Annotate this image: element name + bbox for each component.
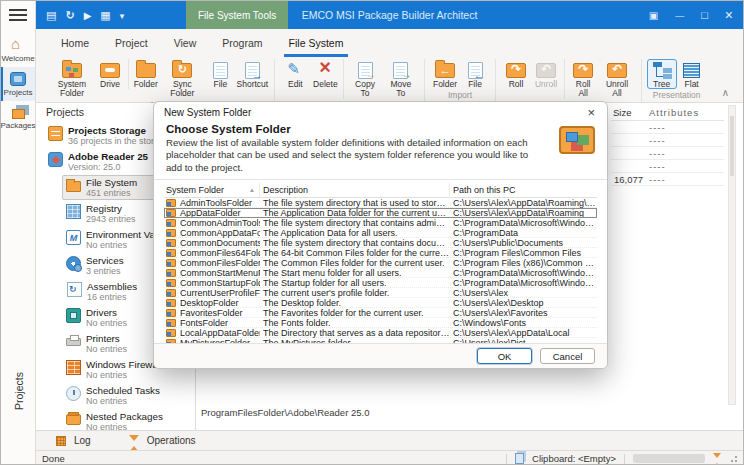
activity-bar-icon [10,38,26,52]
ribbon-button[interactable]: Edit [280,59,310,89]
menu-item[interactable]: File System [276,29,357,57]
file-attributes: ---- [649,161,719,172]
system-folder-name: CommonFilesFolder [180,258,260,268]
project-tree-item[interactable]: Nested Packages No entries [62,409,189,430]
system-folder-row[interactable]: CommonStartMenuFolder The Start menu fol… [164,268,597,278]
activity-bar-item[interactable]: Packages [1,101,35,134]
ribbon-button[interactable]: Move To [383,59,419,99]
system-folder-row[interactable]: CommonDocumentsFolder The file system di… [164,238,597,248]
bottom-tab[interactable]: Operations [117,431,208,450]
ribbon-collapse-icon[interactable]: ∧ [712,87,739,102]
menu-item[interactable]: View [161,29,210,57]
quick-access-icon[interactable] [84,10,92,21]
system-folder-row[interactable]: DesktopFolder The Desktop folder. C:\Use… [164,298,597,308]
ribbon-button[interactable]: Sync Folder [159,59,205,99]
file-attributes: ---- [649,135,719,146]
system-folder-row[interactable]: CommonFilesFolder The Common Files folde… [164,258,597,268]
tree-item-icon [66,181,81,192]
folder-icon [166,289,176,297]
system-folder-row[interactable]: FontsFolder The Fonts folder. C:\Windows… [164,318,597,328]
dialog-heading: Choose System Folder [166,123,543,135]
bottom-tab[interactable]: Log [44,431,103,450]
hamburger-menu-icon[interactable] [9,9,27,11]
ribbon-button[interactable]: Tree [647,59,677,89]
dialog-close-icon[interactable]: × [585,106,597,119]
ribbon-button[interactable]: Roll [501,59,531,89]
ribbon-button[interactable]: Unroll [531,59,561,89]
quick-access-icon[interactable] [65,10,74,21]
status-bar: Done Clipboard: <Empty> [36,450,743,465]
close-icon[interactable] [725,8,733,22]
ribbon-button[interactable]: Flat [677,59,707,89]
cancel-button[interactable]: Cancel [540,348,595,364]
system-folder-row[interactable]: LocalAppDataFolder The Directory that se… [164,328,597,338]
ribbon-button[interactable]: Copy To [343,59,382,99]
tree-item-subtitle: No entries [86,344,127,354]
vertical-scrollbar[interactable] [728,105,736,405]
maximize-icon[interactable] [701,10,708,21]
system-folder-row[interactable]: AppDataFolder The Application Data folde… [164,208,597,218]
menu-item[interactable]: Project [102,29,161,57]
folder-icon [166,209,176,217]
file-row[interactable]: 16,077 ---- [611,173,724,186]
window-options-icon[interactable] [649,10,658,21]
system-folder-path: C:\ProgramData [450,228,597,238]
tree-item-icon [66,230,81,245]
activity-bar-item[interactable]: Welcome [1,33,35,67]
system-folder-name: CommonAppDataFolder [180,228,260,238]
folder-icon [166,309,176,317]
clipboard-icon [515,453,524,464]
ribbon-button[interactable]: Unroll All [598,59,635,99]
system-folder-row[interactable]: AdminToolsFolder The file system directo… [164,198,597,208]
folder-icon [166,269,176,277]
quick-access-icon[interactable] [120,10,125,21]
tree-item-title: Registry [86,203,136,214]
file-row[interactable]: ---- [611,147,724,160]
ribbon-button-icon [358,62,373,79]
ribbon-button-icon [245,62,260,79]
tree-item-subtitle: No entries [86,396,160,406]
ribbon-button[interactable]: System Folder [49,59,95,99]
status-text: Done [36,453,506,464]
resize-grip[interactable] [731,456,737,462]
system-folder-path: C:\ProgramData\Microsoft\Windows\... [450,268,597,278]
ribbon-button[interactable]: Drive [95,59,125,89]
activity-bar-item[interactable]: Projects [1,67,35,101]
file-row[interactable]: ---- [611,160,724,173]
ribbon-button[interactable]: Delete [310,59,340,89]
dialog-header: Choose System Folder Review the list of … [154,122,607,180]
quick-access-icon[interactable] [100,10,110,21]
system-folder-row[interactable]: CommonAppDataFolder The Application Data… [164,228,597,238]
ribbon-button[interactable]: File [460,59,490,89]
menu-item[interactable]: Home [48,29,102,57]
column-header-path[interactable]: Path on this PC [450,183,597,197]
ok-button[interactable]: OK [477,348,532,364]
system-folder-row[interactable]: CommonAdminToolsFolder The file system d… [164,218,597,228]
tree-item-subtitle: 451 entries [86,188,137,198]
ribbon-button[interactable]: Shortcut [235,59,269,89]
tree-item-icon [48,126,63,141]
system-folder-path: C:\ProgramData\Microsoft\Windows\... [450,218,597,228]
system-folder-row[interactable]: FavoritesFolder The Favorites folder for… [164,308,597,318]
column-header-attributes[interactable]: Attributes [649,107,719,118]
project-tree-item[interactable]: Scheduled Tasks No entries [62,383,189,408]
column-header-system-folder[interactable]: System Folder ▲ [164,183,260,197]
context-tab-file-system-tools[interactable]: File System Tools [186,1,288,29]
column-header-description[interactable]: Description [260,183,450,197]
projects-vertical-tab[interactable]: Projects [1,356,36,426]
system-folder-row[interactable]: CommonStartupFolder The Startup folder f… [164,278,597,288]
file-row[interactable]: ---- [611,121,724,134]
ribbon-button[interactable]: Roll All [564,59,598,99]
ribbon-button[interactable]: File [205,59,235,89]
quick-access-icon[interactable] [46,10,56,21]
system-folder-row[interactable]: CommonFiles64Folder The 64-bit Common Fi… [164,248,597,258]
ribbon-button[interactable]: Folder [128,59,159,89]
minimize-icon[interactable] [675,10,684,21]
ribbon-button[interactable]: Folder [430,59,460,89]
file-row[interactable]: ---- [611,134,724,147]
ribbon-button-icon [506,63,526,78]
system-folder-row[interactable]: CurrentUserProfileFolder The current use… [164,288,597,298]
ribbon-group-new: System Folder Drive Folder Sync [44,59,275,102]
ribbon-button-icon [468,62,483,79]
menu-item[interactable]: Program [209,29,275,57]
